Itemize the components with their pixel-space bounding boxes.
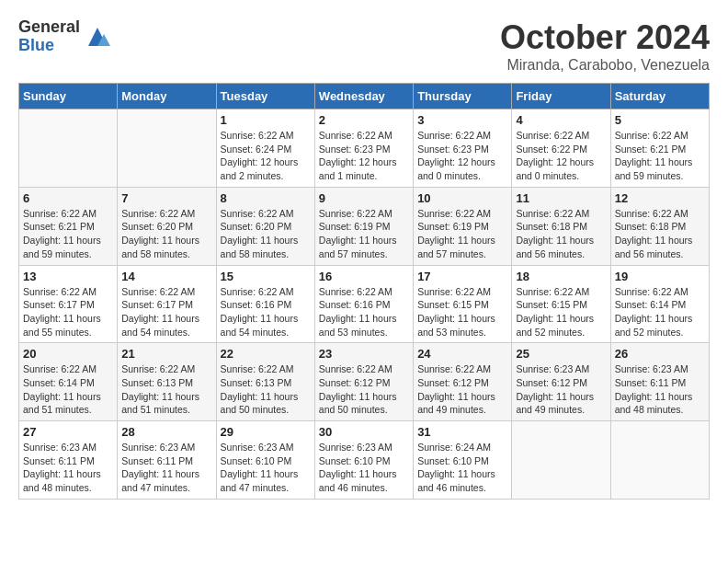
calendar-cell: 6Sunrise: 6:22 AM Sunset: 6:21 PM Daylig… bbox=[19, 187, 118, 265]
weekday-header-tuesday: Tuesday bbox=[216, 84, 314, 109]
day-info: Sunrise: 6:22 AM Sunset: 6:24 PM Dayligh… bbox=[221, 129, 311, 183]
day-number: 26 bbox=[615, 347, 705, 361]
day-number: 30 bbox=[319, 425, 409, 439]
day-info: Sunrise: 6:22 AM Sunset: 6:16 PM Dayligh… bbox=[319, 285, 409, 339]
weekday-header-friday: Friday bbox=[512, 84, 610, 109]
day-number: 23 bbox=[319, 347, 409, 361]
calendar-cell bbox=[512, 421, 610, 500]
calendar-cell: 29Sunrise: 6:23 AM Sunset: 6:10 PM Dayli… bbox=[216, 421, 314, 500]
day-info: Sunrise: 6:22 AM Sunset: 6:14 PM Dayligh… bbox=[615, 285, 705, 339]
day-info: Sunrise: 6:22 AM Sunset: 6:17 PM Dayligh… bbox=[23, 285, 113, 339]
day-number: 1 bbox=[221, 113, 311, 127]
weekday-header-saturday: Saturday bbox=[610, 84, 709, 109]
calendar-cell: 25Sunrise: 6:23 AM Sunset: 6:12 PM Dayli… bbox=[512, 343, 610, 421]
calendar-table: SundayMondayTuesdayWednesdayThursdayFrid… bbox=[18, 83, 710, 500]
calendar-header: SundayMondayTuesdayWednesdayThursdayFrid… bbox=[19, 84, 710, 109]
calendar-cell: 12Sunrise: 6:22 AM Sunset: 6:18 PM Dayli… bbox=[610, 187, 709, 265]
logo-icon bbox=[84, 23, 111, 51]
day-number: 13 bbox=[23, 270, 113, 283]
calendar-cell: 15Sunrise: 6:22 AM Sunset: 6:16 PM Dayli… bbox=[216, 265, 314, 343]
calendar-cell bbox=[610, 421, 709, 500]
day-number: 14 bbox=[121, 270, 211, 283]
day-info: Sunrise: 6:22 AM Sunset: 6:19 PM Dayligh… bbox=[319, 207, 409, 261]
day-info: Sunrise: 6:22 AM Sunset: 6:15 PM Dayligh… bbox=[417, 285, 507, 339]
day-number: 21 bbox=[121, 347, 211, 361]
day-number: 5 bbox=[615, 113, 705, 127]
calendar-cell: 23Sunrise: 6:22 AM Sunset: 6:12 PM Dayli… bbox=[314, 343, 413, 421]
calendar-cell: 8Sunrise: 6:22 AM Sunset: 6:20 PM Daylig… bbox=[216, 187, 314, 265]
day-info: Sunrise: 6:23 AM Sunset: 6:11 PM Dayligh… bbox=[615, 362, 705, 417]
day-info: Sunrise: 6:22 AM Sunset: 6:15 PM Dayligh… bbox=[516, 285, 606, 339]
day-number: 25 bbox=[516, 347, 606, 361]
day-info: Sunrise: 6:23 AM Sunset: 6:10 PM Dayligh… bbox=[221, 441, 311, 495]
day-info: Sunrise: 6:23 AM Sunset: 6:10 PM Dayligh… bbox=[319, 441, 409, 495]
title-block: October 2024 Miranda, Carabobo, Venezuel… bbox=[500, 18, 710, 74]
day-info: Sunrise: 6:22 AM Sunset: 6:19 PM Dayligh… bbox=[417, 207, 507, 261]
day-number: 28 bbox=[121, 425, 211, 439]
day-info: Sunrise: 6:22 AM Sunset: 6:18 PM Dayligh… bbox=[615, 207, 705, 261]
weekday-header-thursday: Thursday bbox=[414, 84, 512, 109]
day-number: 11 bbox=[516, 191, 606, 205]
calendar-cell: 7Sunrise: 6:22 AM Sunset: 6:20 PM Daylig… bbox=[118, 187, 216, 265]
logo-blue-text: Blue bbox=[18, 37, 80, 55]
day-info: Sunrise: 6:22 AM Sunset: 6:22 PM Dayligh… bbox=[516, 129, 606, 183]
calendar-cell: 16Sunrise: 6:22 AM Sunset: 6:16 PM Dayli… bbox=[314, 265, 413, 343]
calendar-cell: 30Sunrise: 6:23 AM Sunset: 6:10 PM Dayli… bbox=[314, 421, 413, 500]
day-number: 18 bbox=[516, 270, 606, 283]
weekday-header-wednesday: Wednesday bbox=[314, 84, 413, 109]
day-info: Sunrise: 6:22 AM Sunset: 6:13 PM Dayligh… bbox=[121, 362, 211, 417]
page-header: General Blue October 2024 Miranda, Carab… bbox=[18, 18, 710, 74]
day-info: Sunrise: 6:22 AM Sunset: 6:14 PM Dayligh… bbox=[23, 362, 113, 417]
calendar-cell: 17Sunrise: 6:22 AM Sunset: 6:15 PM Dayli… bbox=[414, 265, 512, 343]
calendar-cell: 13Sunrise: 6:22 AM Sunset: 6:17 PM Dayli… bbox=[19, 265, 118, 343]
day-number: 22 bbox=[221, 347, 311, 361]
calendar-cell: 1Sunrise: 6:22 AM Sunset: 6:24 PM Daylig… bbox=[216, 109, 314, 188]
day-info: Sunrise: 6:22 AM Sunset: 6:21 PM Dayligh… bbox=[23, 207, 113, 261]
day-info: Sunrise: 6:22 AM Sunset: 6:20 PM Dayligh… bbox=[221, 207, 311, 261]
logo-general-text: General bbox=[18, 18, 80, 37]
month-title: October 2024 bbox=[500, 18, 710, 57]
calendar-cell: 2Sunrise: 6:22 AM Sunset: 6:23 PM Daylig… bbox=[314, 109, 413, 188]
day-info: Sunrise: 6:22 AM Sunset: 6:23 PM Dayligh… bbox=[417, 129, 507, 183]
day-number: 17 bbox=[417, 270, 507, 283]
day-info: Sunrise: 6:23 AM Sunset: 6:11 PM Dayligh… bbox=[23, 441, 113, 495]
day-number: 31 bbox=[417, 425, 507, 439]
day-info: Sunrise: 6:22 AM Sunset: 6:12 PM Dayligh… bbox=[417, 362, 507, 417]
calendar-cell: 9Sunrise: 6:22 AM Sunset: 6:19 PM Daylig… bbox=[314, 187, 413, 265]
day-number: 15 bbox=[221, 270, 311, 283]
calendar-cell: 19Sunrise: 6:22 AM Sunset: 6:14 PM Dayli… bbox=[610, 265, 709, 343]
calendar-cell: 18Sunrise: 6:22 AM Sunset: 6:15 PM Dayli… bbox=[512, 265, 610, 343]
calendar-cell: 21Sunrise: 6:22 AM Sunset: 6:13 PM Dayli… bbox=[118, 343, 216, 421]
calendar-cell: 26Sunrise: 6:23 AM Sunset: 6:11 PM Dayli… bbox=[610, 343, 709, 421]
day-number: 19 bbox=[615, 270, 705, 283]
logo: General Blue bbox=[18, 18, 111, 55]
calendar-cell: 11Sunrise: 6:22 AM Sunset: 6:18 PM Dayli… bbox=[512, 187, 610, 265]
day-number: 2 bbox=[319, 113, 409, 127]
calendar-cell: 28Sunrise: 6:23 AM Sunset: 6:11 PM Dayli… bbox=[118, 421, 216, 500]
day-info: Sunrise: 6:22 AM Sunset: 6:17 PM Dayligh… bbox=[121, 285, 211, 339]
calendar-cell: 24Sunrise: 6:22 AM Sunset: 6:12 PM Dayli… bbox=[414, 343, 512, 421]
weekday-header-monday: Monday bbox=[118, 84, 216, 109]
calendar-cell: 10Sunrise: 6:22 AM Sunset: 6:19 PM Dayli… bbox=[414, 187, 512, 265]
calendar-week-2: 6Sunrise: 6:22 AM Sunset: 6:21 PM Daylig… bbox=[19, 187, 710, 265]
day-info: Sunrise: 6:22 AM Sunset: 6:12 PM Dayligh… bbox=[319, 362, 409, 417]
calendar-cell: 14Sunrise: 6:22 AM Sunset: 6:17 PM Dayli… bbox=[118, 265, 216, 343]
day-number: 24 bbox=[417, 347, 507, 361]
day-info: Sunrise: 6:22 AM Sunset: 6:21 PM Dayligh… bbox=[615, 129, 705, 183]
weekday-header-sunday: Sunday bbox=[19, 84, 118, 109]
day-number: 9 bbox=[319, 191, 409, 205]
calendar-cell: 4Sunrise: 6:22 AM Sunset: 6:22 PM Daylig… bbox=[512, 109, 610, 188]
day-info: Sunrise: 6:22 AM Sunset: 6:23 PM Dayligh… bbox=[319, 129, 409, 183]
day-info: Sunrise: 6:22 AM Sunset: 6:16 PM Dayligh… bbox=[221, 285, 311, 339]
calendar-week-3: 13Sunrise: 6:22 AM Sunset: 6:17 PM Dayli… bbox=[19, 265, 710, 343]
day-number: 27 bbox=[23, 425, 113, 439]
calendar-week-5: 27Sunrise: 6:23 AM Sunset: 6:11 PM Dayli… bbox=[19, 421, 710, 500]
calendar-cell: 20Sunrise: 6:22 AM Sunset: 6:14 PM Dayli… bbox=[19, 343, 118, 421]
calendar-cell: 5Sunrise: 6:22 AM Sunset: 6:21 PM Daylig… bbox=[610, 109, 709, 188]
day-info: Sunrise: 6:24 AM Sunset: 6:10 PM Dayligh… bbox=[417, 441, 507, 495]
day-number: 20 bbox=[23, 347, 113, 361]
day-number: 10 bbox=[417, 191, 507, 205]
day-number: 3 bbox=[417, 113, 507, 127]
calendar-cell: 3Sunrise: 6:22 AM Sunset: 6:23 PM Daylig… bbox=[414, 109, 512, 188]
day-info: Sunrise: 6:22 AM Sunset: 6:18 PM Dayligh… bbox=[516, 207, 606, 261]
